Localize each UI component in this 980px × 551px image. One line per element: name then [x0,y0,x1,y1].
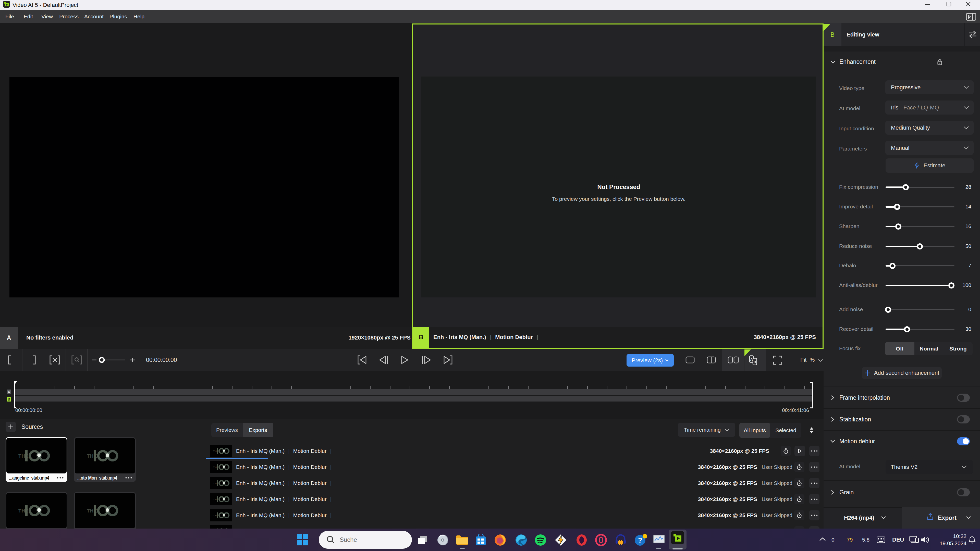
svg-text:B: B [754,360,756,364]
svg-text:?: ? [638,537,642,544]
svg-text:A: A [750,357,752,362]
